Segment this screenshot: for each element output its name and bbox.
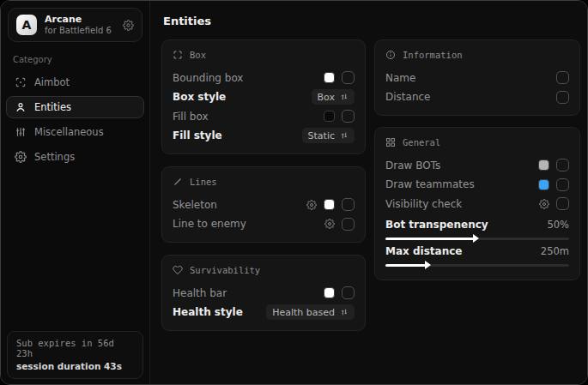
fill-style-select[interactable]: Static bbox=[302, 128, 355, 143]
select-value: Static bbox=[308, 130, 335, 141]
draw-bots-checkbox[interactable] bbox=[556, 159, 569, 171]
gear-icon[interactable] bbox=[539, 199, 549, 209]
setting-row-draw-bots: Draw BOTs bbox=[385, 156, 569, 175]
setting-label: Fill style bbox=[173, 129, 222, 141]
setting-label: Health bar bbox=[173, 287, 227, 299]
app-logo: A bbox=[16, 15, 37, 35]
info-icon bbox=[385, 50, 396, 60]
sidebar-item-label: Miscellaneous bbox=[34, 126, 104, 138]
logo-card: A Arcane for Battlefield 6 bbox=[8, 8, 142, 42]
swap-vertical-icon bbox=[340, 308, 349, 316]
setting-row-health-bar: Health bar bbox=[173, 284, 355, 303]
setting-label: Skeleton bbox=[173, 199, 217, 211]
setting-row-fill-style: Fill style Static bbox=[173, 127, 355, 146]
app-title: Arcane bbox=[45, 14, 115, 26]
slider-value: 250m bbox=[541, 245, 569, 257]
category-label: Category bbox=[13, 55, 137, 64]
sub-expiry-text: Sub expires in 56d 23h bbox=[16, 338, 134, 358]
sidebar-nav: Aimbot Entities Miscellaneous Settings bbox=[6, 71, 144, 168]
sidebar-item-label: Entities bbox=[34, 101, 71, 113]
setting-row-box-style: Box style Box bbox=[173, 88, 355, 107]
lines-card: Lines Skeleton Line to enemy bbox=[161, 166, 366, 243]
main-content: Entities Box Bounding box bbox=[150, 1, 587, 384]
survivability-card: Survivability Health bar Health style He… bbox=[161, 255, 366, 331]
draw-teammates-checkbox[interactable] bbox=[556, 178, 569, 191]
card-title: Information bbox=[403, 50, 463, 60]
information-card: Information Name Distance bbox=[374, 39, 580, 116]
setting-row-bounding-box: Bounding box bbox=[173, 69, 355, 87]
crosshair-icon bbox=[15, 76, 27, 88]
setting-label: Line to enemy bbox=[173, 218, 246, 230]
setting-label: Box style bbox=[173, 91, 226, 103]
swap-vertical-icon bbox=[340, 93, 349, 101]
fill-box-checkbox[interactable] bbox=[342, 110, 355, 123]
session-duration-text: session duration 43s bbox=[16, 361, 134, 371]
line-to-enemy-checkbox[interactable] bbox=[342, 218, 355, 231]
setting-row-fill-box: Fill box bbox=[173, 107, 355, 126]
setting-row-health-style: Health style Health based bbox=[173, 304, 355, 322]
card-title: Survivability bbox=[190, 265, 260, 275]
box-card: Box Bounding box Box style Box bbox=[161, 39, 366, 154]
health-style-select[interactable]: Health based bbox=[266, 304, 355, 320]
health-bar-checkbox[interactable] bbox=[342, 286, 355, 299]
card-title: Box bbox=[190, 50, 206, 60]
setting-row-visibility-check: Visibility check bbox=[385, 195, 569, 214]
color-swatch[interactable] bbox=[324, 287, 335, 298]
name-checkbox[interactable] bbox=[556, 71, 569, 84]
distance-checkbox[interactable] bbox=[556, 91, 569, 104]
box-style-select[interactable]: Box bbox=[312, 89, 355, 105]
gear-icon[interactable] bbox=[123, 20, 134, 31]
setting-label: Visibility check bbox=[385, 198, 462, 210]
sidebar-item-settings[interactable]: Settings bbox=[6, 146, 144, 168]
gear-icon bbox=[15, 151, 27, 163]
card-title: Lines bbox=[190, 177, 217, 187]
general-card: General Draw BOTs Draw teammates bbox=[374, 127, 580, 280]
sidebar-item-label: Settings bbox=[34, 151, 75, 163]
setting-label: Name bbox=[385, 72, 415, 84]
sidebar-item-miscellaneous[interactable]: Miscellaneous bbox=[6, 121, 144, 143]
setting-label: Distance bbox=[385, 91, 430, 103]
subscription-status-card: Sub expires in 56d 23h session duration … bbox=[7, 331, 143, 379]
sidebar-item-entities[interactable]: Entities bbox=[6, 96, 144, 118]
color-swatch[interactable] bbox=[324, 111, 335, 122]
color-swatch[interactable] bbox=[538, 179, 549, 190]
swap-vertical-icon bbox=[340, 131, 349, 140]
sidebar: A Arcane for Battlefield 6 Category Aimb… bbox=[1, 1, 150, 384]
color-swatch[interactable] bbox=[324, 72, 335, 83]
bot-transparency-slider[interactable] bbox=[385, 238, 569, 240]
gear-icon[interactable] bbox=[324, 219, 335, 229]
setting-label: Fill box bbox=[173, 111, 209, 123]
entities-icon bbox=[15, 101, 27, 113]
sidebar-item-aimbot[interactable]: Aimbot bbox=[6, 71, 144, 93]
setting-label: Draw teammates bbox=[385, 178, 475, 190]
setting-row-bot-transparency: Bot transpenency 50% bbox=[385, 219, 569, 240]
setting-row-line-to-enemy: Line to enemy bbox=[173, 215, 355, 234]
visibility-check-checkbox[interactable] bbox=[556, 197, 569, 210]
setting-label: Max distance bbox=[385, 245, 462, 257]
setting-label: Bot transpenency bbox=[385, 219, 488, 231]
skeleton-checkbox[interactable] bbox=[342, 198, 355, 211]
color-swatch[interactable] bbox=[538, 159, 549, 171]
setting-label: Draw BOTs bbox=[385, 159, 440, 171]
setting-row-name: Name bbox=[385, 69, 569, 87]
setting-label: Bounding box bbox=[173, 72, 243, 84]
slider-handle[interactable] bbox=[473, 234, 479, 243]
setting-row-skeleton: Skeleton bbox=[173, 196, 355, 214]
slider-handle[interactable] bbox=[425, 261, 431, 269]
setting-row-max-distance: Max distance 250m bbox=[385, 245, 569, 267]
select-value: Box bbox=[318, 92, 335, 103]
app-subtitle: for Battlefield 6 bbox=[45, 26, 115, 37]
card-title: General bbox=[403, 137, 440, 147]
box-corners-icon bbox=[173, 50, 183, 60]
max-distance-slider[interactable] bbox=[385, 264, 569, 267]
sliders-icon bbox=[15, 126, 27, 138]
color-swatch[interactable] bbox=[324, 199, 335, 210]
setting-row-draw-teammates: Draw teammates bbox=[385, 176, 569, 195]
slider-fill bbox=[385, 238, 474, 240]
select-value: Health based bbox=[272, 307, 335, 318]
app-window: A Arcane for Battlefield 6 Category Aimb… bbox=[0, 0, 588, 385]
gear-icon[interactable] bbox=[306, 200, 317, 210]
page-title: Entities bbox=[163, 15, 576, 27]
bounding-box-checkbox[interactable] bbox=[342, 71, 355, 84]
grid-icon bbox=[385, 137, 396, 147]
